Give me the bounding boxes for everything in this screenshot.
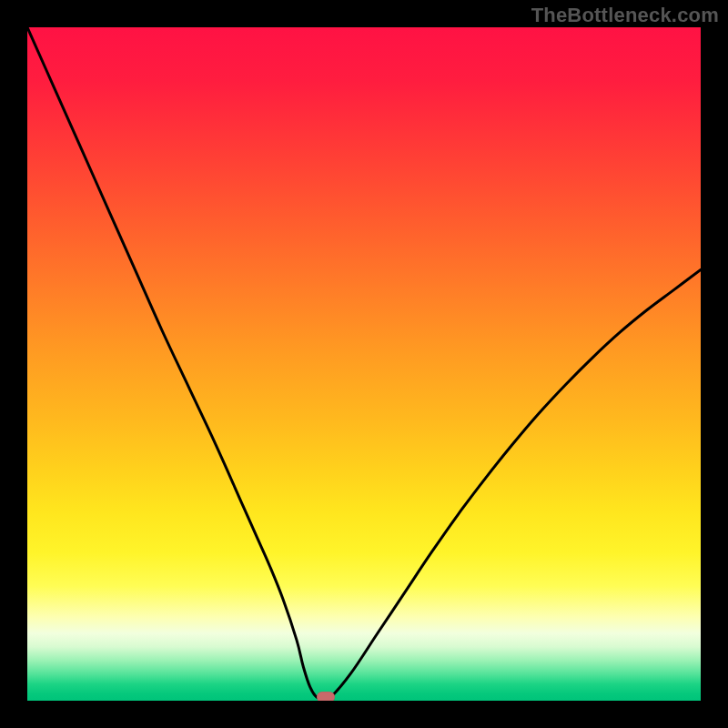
bottleneck-curve [27, 27, 701, 701]
watermark-text: TheBottleneck.com [531, 4, 719, 27]
optimal-marker [317, 692, 335, 701]
plot-area [27, 27, 701, 701]
chart-stage: TheBottleneck.com [0, 0, 728, 728]
curve-path [27, 27, 701, 699]
